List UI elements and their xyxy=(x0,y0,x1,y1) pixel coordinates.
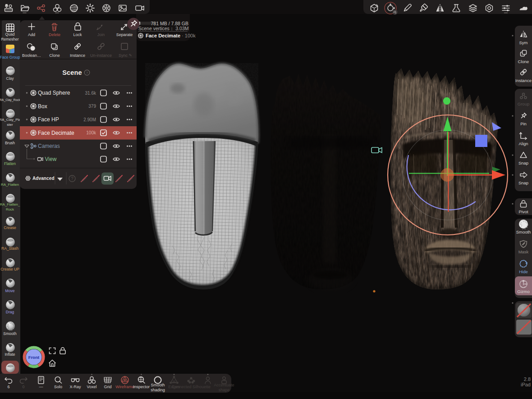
svg-text:Front: Front xyxy=(28,355,40,360)
svg-text:?: ? xyxy=(71,176,73,181)
svg-text:?: ? xyxy=(86,71,88,75)
